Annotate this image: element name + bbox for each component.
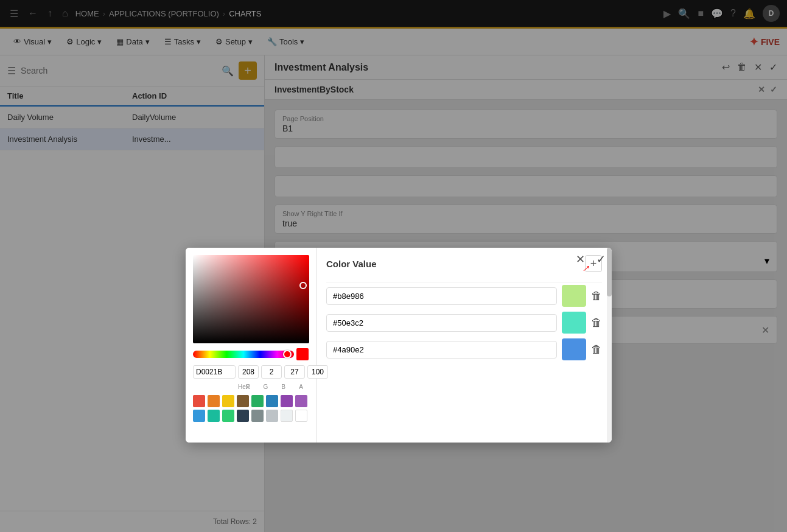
color-value-row: 🗑 <box>326 285 602 307</box>
swatch[interactable] <box>295 395 307 407</box>
color-value-row: 🗑 <box>326 338 602 360</box>
swatch[interactable] <box>266 410 278 422</box>
hue-slider[interactable] <box>193 351 294 358</box>
color-swatches <box>193 395 309 422</box>
delete-color-3-button[interactable]: 🗑 <box>591 343 602 356</box>
swatch[interactable] <box>222 410 234 422</box>
color-inputs <box>193 365 309 379</box>
red-input[interactable] <box>238 365 259 379</box>
swatch[interactable] <box>208 395 220 407</box>
color-gradient-thumb[interactable] <box>299 282 307 289</box>
dialog-confirm-button[interactable]: ✓ <box>596 253 606 266</box>
swatch[interactable] <box>237 410 249 422</box>
a-label: A <box>293 383 309 390</box>
r-label: R <box>240 383 256 390</box>
swatch[interactable] <box>208 410 220 422</box>
blue-input[interactable] <box>284 365 305 379</box>
scrollbar-thumb[interactable] <box>607 248 612 296</box>
color-value-input-1[interactable] <box>326 287 557 305</box>
g-label: G <box>258 383 273 390</box>
b-label: B <box>276 383 291 390</box>
color-dialog: Hex R G B A <box>186 248 612 443</box>
swatch[interactable] <box>251 395 264 407</box>
color-swatch-3 <box>562 338 586 360</box>
hue-slider-container <box>193 348 309 360</box>
color-value-header: Color Value + <box>326 255 602 272</box>
hex-label: Hex <box>193 383 238 390</box>
swatch[interactable] <box>281 395 293 407</box>
hex-input[interactable] <box>193 365 236 379</box>
swatch[interactable] <box>251 410 264 422</box>
overlay: Hex R G B A <box>0 0 787 532</box>
swatch[interactable] <box>193 410 205 422</box>
scrollbar[interactable] <box>607 248 612 443</box>
green-input[interactable] <box>261 365 282 379</box>
color-value-row: 🗑 <box>326 312 602 334</box>
delete-color-1-button[interactable]: 🗑 <box>591 290 602 303</box>
color-value-title: Color Value <box>326 259 377 269</box>
swatch[interactable] <box>266 395 278 407</box>
swatch[interactable] <box>222 395 234 407</box>
color-value-input-3[interactable] <box>326 341 557 359</box>
color-picker-panel: Hex R G B A <box>186 248 317 443</box>
hue-slider-thumb[interactable] <box>283 350 292 359</box>
swatch[interactable] <box>237 395 249 407</box>
color-value-panel: Color Value + 🗑 🗑 🗑 <box>317 248 612 443</box>
color-preview <box>296 348 309 360</box>
delete-color-2-button[interactable]: 🗑 <box>591 317 602 329</box>
swatch[interactable] <box>295 410 307 422</box>
color-value-input-2[interactable] <box>326 314 557 332</box>
color-gradient[interactable] <box>193 255 309 343</box>
color-value-list: 🗑 🗑 🗑 <box>326 285 602 360</box>
swatch[interactable] <box>193 395 205 407</box>
swatch[interactable] <box>281 410 293 422</box>
color-labels: Hex R G B A <box>193 383 309 390</box>
color-swatch-1 <box>562 285 586 307</box>
separator <box>326 282 602 282</box>
color-swatch-2 <box>562 312 586 334</box>
